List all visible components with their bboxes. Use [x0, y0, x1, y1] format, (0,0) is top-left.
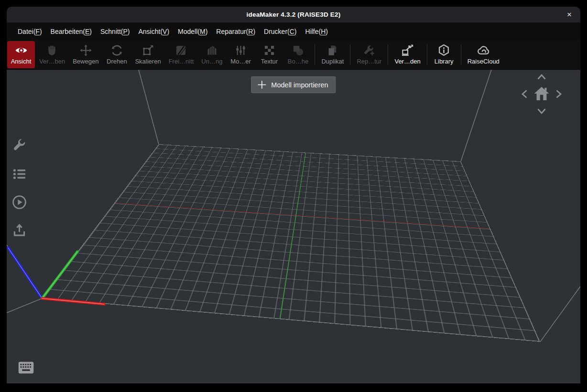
- tool-reptur[interactable]: Rep…tur: [353, 41, 385, 68]
- menu-item-schnitt[interactable]: Schnitt(P): [96, 22, 134, 40]
- menu-bar: Datei(F)Bearbeiten(E)Schnitt(P)Ansicht(V…: [7, 22, 580, 40]
- scale-icon: [141, 44, 154, 57]
- tool-label: Skalieren: [135, 58, 161, 65]
- plate-center-line-y: [280, 153, 306, 318]
- tool-drehen[interactable]: Drehen: [103, 41, 130, 68]
- duplicate-icon: [326, 44, 339, 57]
- home-icon[interactable]: [533, 85, 551, 103]
- tool-verden[interactable]: Ver…den: [391, 41, 424, 68]
- eye-icon: [14, 44, 29, 57]
- tool-label: Library: [435, 58, 454, 65]
- export-icon: [12, 223, 27, 238]
- tool-label: Duplikat: [321, 58, 344, 65]
- tool-label: Rep…tur: [357, 58, 381, 65]
- chevron-down-icon[interactable]: [535, 106, 548, 117]
- tool-verben[interactable]: Ver…ben: [36, 41, 68, 68]
- library-icon: [437, 44, 450, 57]
- support-icon: [206, 44, 218, 57]
- close-button[interactable]: ×: [567, 7, 572, 22]
- side-toolbar: [12, 138, 27, 238]
- tool-label: Textur: [261, 58, 278, 65]
- move-icon: [79, 44, 92, 57]
- play-icon: [12, 195, 27, 210]
- window-title: ideaMaker 4.3.2 (RAISE3D E2): [247, 11, 341, 18]
- tool-label: Drehen: [107, 58, 127, 65]
- tool-label: Bo…he: [288, 58, 308, 65]
- repair-icon: [363, 44, 376, 57]
- app-window: ideaMaker 4.3.2 (RAISE3D E2) × Datei(F)B…: [7, 7, 580, 383]
- tool-label: Un…ng: [201, 58, 222, 65]
- tool-moer[interactable]: Mo…er: [227, 41, 254, 68]
- import-model-button[interactable]: Modell importieren: [251, 76, 336, 93]
- side-tool-settings[interactable]: [12, 138, 27, 153]
- menu-item-bearbeiten[interactable]: Bearbeiten(E): [46, 22, 96, 40]
- menu-item-modell[interactable]: Modell(M): [174, 22, 212, 40]
- connect-icon: [401, 44, 414, 57]
- rotate-icon: [110, 44, 123, 57]
- tool-label: Ansicht: [11, 58, 32, 65]
- tool-label: Ver…ben: [39, 58, 65, 65]
- tool-ansicht[interactable]: Ansicht: [7, 41, 35, 68]
- menu-item-ansicht[interactable]: Ansicht(V): [134, 22, 174, 40]
- menu-item-reparatur[interactable]: Reparatur(R): [212, 22, 260, 40]
- tool-raisecloud[interactable]: RaiseCloud: [464, 41, 503, 68]
- side-tool-preview[interactable]: [12, 195, 27, 210]
- toolbar-separator: [461, 44, 461, 65]
- plate-center-line-x: [115, 203, 489, 229]
- menu-item-hilfe[interactable]: Hilfe(H): [301, 22, 332, 40]
- chevron-right-icon[interactable]: [554, 88, 564, 100]
- menu-item-drucker[interactable]: Drucker(C): [260, 22, 301, 40]
- tool-label: Mo…er: [230, 58, 251, 65]
- plus-icon: [257, 80, 267, 90]
- tool-bohe[interactable]: Bo…he: [284, 41, 312, 68]
- wrench-icon: [12, 138, 27, 153]
- title-bar[interactable]: ideaMaker 4.3.2 (RAISE3D E2) ×: [7, 7, 580, 22]
- cloud-icon: [477, 44, 490, 57]
- tool-freinitt[interactable]: Frei…nitt: [165, 41, 197, 68]
- import-model-label: Modell importieren: [271, 81, 328, 89]
- tool-label: RaiseCloud: [467, 58, 500, 65]
- shapes-icon: [292, 44, 304, 57]
- tool-bewegen[interactable]: Bewegen: [69, 41, 102, 68]
- toolbar-separator: [315, 44, 315, 65]
- side-tool-export[interactable]: [12, 223, 27, 238]
- toolbar-separator: [427, 44, 427, 65]
- tool-label: Bewegen: [73, 58, 98, 65]
- tool-unng[interactable]: Un…ng: [198, 41, 226, 68]
- tool-label: Ver…den: [394, 58, 420, 65]
- build-plate-grid: [42, 144, 540, 342]
- tool-library[interactable]: Library: [430, 41, 458, 68]
- tool-textur[interactable]: Textur: [255, 41, 283, 68]
- cut-plane-icon: [174, 44, 187, 57]
- tool-skalieren[interactable]: Skalieren: [131, 41, 164, 68]
- side-tool-model-list[interactable]: [12, 167, 27, 181]
- list-icon: [12, 167, 27, 181]
- menu-item-datei[interactable]: Datei(F): [13, 22, 46, 40]
- tool-duplikat[interactable]: Duplikat: [318, 41, 347, 68]
- chevron-left-icon[interactable]: [519, 88, 530, 100]
- toolbar-separator: [350, 44, 350, 65]
- sliders-icon: [234, 44, 247, 57]
- toolbar-separator: [388, 44, 388, 65]
- keyboard-icon[interactable]: [18, 361, 34, 374]
- viewport-3d[interactable]: Modell importieren: [7, 70, 580, 383]
- view-nav-cluster: [519, 72, 564, 117]
- toolbar: AnsichtVer…benBewegenDrehenSkalierenFrei…: [7, 40, 580, 70]
- tool-label: Frei…nitt: [169, 58, 194, 65]
- chevron-up-icon[interactable]: [535, 72, 548, 82]
- hand-icon: [46, 44, 59, 57]
- texture-icon: [263, 44, 276, 57]
